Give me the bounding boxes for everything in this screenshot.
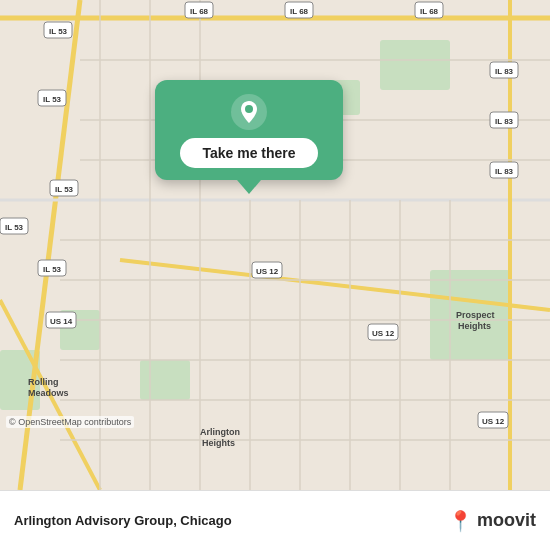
svg-text:IL 83: IL 83 bbox=[495, 67, 514, 76]
svg-text:IL 68: IL 68 bbox=[190, 7, 209, 16]
svg-text:Arlington: Arlington bbox=[200, 427, 240, 437]
svg-text:Heights: Heights bbox=[202, 438, 235, 448]
map-attribution: © OpenStreetMap contributors bbox=[6, 416, 134, 428]
svg-text:Rolling: Rolling bbox=[28, 377, 59, 387]
svg-text:IL 83: IL 83 bbox=[495, 167, 514, 176]
svg-text:IL 53: IL 53 bbox=[49, 27, 68, 36]
svg-text:IL 68: IL 68 bbox=[420, 7, 439, 16]
popup-card: Take me there bbox=[155, 80, 343, 180]
svg-text:US 12: US 12 bbox=[256, 267, 279, 276]
svg-text:Prospect: Prospect bbox=[456, 310, 495, 320]
svg-text:IL 53: IL 53 bbox=[43, 95, 62, 104]
svg-text:US 12: US 12 bbox=[482, 417, 505, 426]
location-pin-icon bbox=[231, 94, 267, 130]
map-container: IL 53 IL 53 IL 53 IL 53 IL 53 IL 68 IL 6… bbox=[0, 0, 550, 490]
svg-text:IL 53: IL 53 bbox=[43, 265, 62, 274]
location-label: Arlington Advisory Group, Chicago bbox=[14, 513, 232, 528]
svg-text:US 14: US 14 bbox=[50, 317, 73, 326]
moovit-pin-icon: 📍 bbox=[448, 509, 473, 533]
svg-point-68 bbox=[245, 105, 253, 113]
moovit-logo: 📍 moovit bbox=[448, 509, 536, 533]
svg-text:US 12: US 12 bbox=[372, 329, 395, 338]
svg-text:IL 83: IL 83 bbox=[495, 117, 514, 126]
svg-text:IL 53: IL 53 bbox=[55, 185, 74, 194]
svg-text:IL 68: IL 68 bbox=[290, 7, 309, 16]
svg-text:Heights: Heights bbox=[458, 321, 491, 331]
svg-rect-2 bbox=[380, 40, 450, 90]
svg-text:IL 53: IL 53 bbox=[5, 223, 24, 232]
take-me-there-button[interactable]: Take me there bbox=[180, 138, 317, 168]
svg-rect-7 bbox=[140, 360, 190, 400]
bottom-bar: Arlington Advisory Group, Chicago 📍 moov… bbox=[0, 490, 550, 550]
moovit-brand-text: moovit bbox=[477, 510, 536, 531]
popup-tail bbox=[237, 180, 261, 194]
svg-text:Meadows: Meadows bbox=[28, 388, 69, 398]
